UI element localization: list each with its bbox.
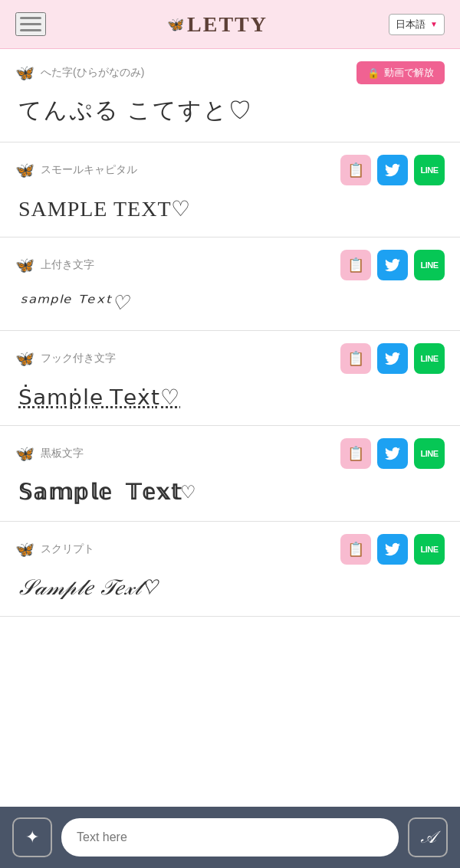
font-icon: 𝒜 <box>421 827 435 847</box>
unlock-video-button[interactable]: 🔒 動画で解放 <box>356 61 445 84</box>
twitter-icon-2 <box>385 257 400 273</box>
line-button-blackboard[interactable]: LINE <box>414 438 445 469</box>
blackboard-font-sample: 𝕊𝕒𝕞𝕡𝕝𝕖 𝕋𝕖𝕩𝕥♡ <box>15 480 445 506</box>
line-icon-4: LINE <box>420 449 438 458</box>
menu-line-2 <box>20 23 41 25</box>
section-small-caps-title-area: 🦋 スモールキャピタル <box>15 161 137 179</box>
font-button[interactable]: 𝒜 <box>408 817 448 857</box>
copy-icon-5: 📋 <box>347 541 364 558</box>
line-button-hook[interactable]: LINE <box>414 343 445 374</box>
sparkle-button[interactable]: ✦ <box>12 817 52 857</box>
app-logo: 🦋 LETTY <box>167 12 268 37</box>
copy-button-script[interactable]: 📋 <box>340 534 371 565</box>
section-script-header: 🦋 スクリプト 📋 LINE <box>15 534 445 565</box>
copy-icon-2: 📋 <box>347 257 364 274</box>
section-heta-actions: 🔒 動画で解放 <box>356 61 445 84</box>
section-blackboard-title: 黒板文字 <box>41 447 84 460</box>
section-heta: 🦋 へた字(ひらがなのみ) 🔒 動画で解放 てんぷる こてすと♡ <box>0 49 460 142</box>
twitter-button-hook[interactable] <box>377 343 408 374</box>
section-blackboard-title-area: 🦋 黒板文字 <box>15 444 84 463</box>
section-blackboard-header: 🦋 黒板文字 📋 LINE <box>15 438 445 469</box>
section-script-title-area: 🦋 スクリプト <box>15 540 94 558</box>
copy-button-hook[interactable]: 📋 <box>340 343 371 374</box>
line-icon: LINE <box>420 165 438 175</box>
app-header: 🦋 LETTY 日本語 ▼ <box>0 0 460 49</box>
copy-icon-4: 📋 <box>347 445 364 462</box>
language-selector-button[interactable]: 日本語 ▼ <box>389 14 445 35</box>
section-small-caps-actions: 📋 LINE <box>340 155 445 185</box>
text-input[interactable] <box>61 818 399 857</box>
section-hook-header: 🦋 フック付き文字 📋 LINE <box>15 343 445 374</box>
superscript-font-sample: ˢᵃᵐᵖˡᵉ ᵀᵉˣᵗ♡ <box>15 291 445 315</box>
section-heta-title: へた字(ひらがなのみ) <box>41 66 144 80</box>
section-hook: 🦋 フック付き文字 📋 LINE Ṡạṃṗḷẹ Ṭẹẋṭ♡ <box>0 331 460 426</box>
section-superscript-title-area: 🦋 上付き文字 <box>15 256 94 274</box>
copy-icon-3: 📋 <box>347 350 364 367</box>
section-superscript: 🦋 上付き文字 📋 LINE ˢᵃᵐᵖˡᵉ ᵀᵉˣᵗ♡ <box>0 237 460 331</box>
section-heta-title-area: 🦋 へた字(ひらがなのみ) <box>15 64 144 82</box>
section-butterfly-icon-6: 🦋 <box>15 540 34 558</box>
section-butterfly-icon-5: 🦋 <box>15 444 34 463</box>
section-small-caps: 🦋 スモールキャピタル 📋 LINE SAMPLE TEXT♡ <box>0 142 460 237</box>
heta-font-sample: てんぷる こてすと♡ <box>15 95 445 126</box>
copy-button-superscript[interactable]: 📋 <box>340 250 371 280</box>
line-button-script[interactable]: LINE <box>414 534 445 565</box>
section-hook-actions: 📋 LINE <box>340 343 445 374</box>
section-small-caps-title: スモールキャピタル <box>41 163 137 177</box>
copy-button-small-caps[interactable]: 📋 <box>340 155 371 185</box>
line-icon-2: LINE <box>420 260 438 270</box>
section-superscript-header: 🦋 上付き文字 📋 LINE <box>15 250 445 280</box>
twitter-button-small-caps[interactable] <box>377 155 408 185</box>
twitter-icon-5 <box>385 542 400 557</box>
section-butterfly-icon: 🦋 <box>15 64 34 82</box>
logo-butterfly-icon: 🦋 <box>167 16 186 33</box>
twitter-button-blackboard[interactable] <box>377 438 408 469</box>
section-script-title: スクリプト <box>41 542 94 556</box>
line-icon-5: LINE <box>420 545 438 554</box>
bottom-bar: ✦ 𝒜 <box>0 807 460 868</box>
main-content: 🦋 へた字(ひらがなのみ) 🔒 動画で解放 てんぷる こてすと♡ 🦋 スモールキ… <box>0 49 460 686</box>
logo-text: LETTY <box>187 12 268 37</box>
section-script: 🦋 スクリプト 📋 LINE 𝒮𝒶𝓂𝓅𝓁𝑒 𝒯𝑒𝓍𝓉♡ <box>0 522 460 617</box>
section-blackboard: 🦋 黒板文字 📋 LINE 𝕊𝕒𝕞𝕡𝕝𝕖 𝕋𝕖𝕩𝕥♡ <box>0 426 460 522</box>
twitter-button-script[interactable] <box>377 534 408 565</box>
twitter-icon <box>385 162 400 178</box>
hamburger-menu-button[interactable] <box>15 12 46 36</box>
section-superscript-title: 上付き文字 <box>41 258 94 272</box>
twitter-icon-4 <box>385 446 400 461</box>
lock-icon: 🔒 <box>367 67 380 79</box>
menu-line-1 <box>20 17 41 19</box>
small-caps-font-sample: SAMPLE TEXT♡ <box>15 196 445 221</box>
section-superscript-actions: 📋 LINE <box>340 250 445 280</box>
section-butterfly-icon-4: 🦋 <box>15 349 34 368</box>
twitter-button-superscript[interactable] <box>377 250 408 280</box>
language-label: 日本語 <box>396 18 426 31</box>
section-heta-header: 🦋 へた字(ひらがなのみ) 🔒 動画で解放 <box>15 61 445 84</box>
section-small-caps-header: 🦋 スモールキャピタル 📋 LINE <box>15 155 445 185</box>
line-button-small-caps[interactable]: LINE <box>414 155 445 185</box>
language-arrow-icon: ▼ <box>430 20 438 28</box>
line-icon-3: LINE <box>420 354 438 363</box>
copy-button-blackboard[interactable]: 📋 <box>340 438 371 469</box>
section-blackboard-actions: 📋 LINE <box>340 438 445 469</box>
section-hook-title-area: 🦋 フック付き文字 <box>15 349 116 368</box>
section-butterfly-icon-3: 🦋 <box>15 256 34 274</box>
script-font-sample: 𝒮𝒶𝓂𝓅𝓁𝑒 𝒯𝑒𝓍𝓉♡ <box>15 575 445 601</box>
hook-font-sample: Ṡạṃṗḷẹ Ṭẹẋṭ♡ <box>15 385 445 410</box>
section-butterfly-icon-2: 🦋 <box>15 161 34 179</box>
unlock-button-label: 動画で解放 <box>384 66 434 80</box>
twitter-icon-3 <box>385 351 400 366</box>
copy-icon: 📋 <box>347 162 364 179</box>
line-button-superscript[interactable]: LINE <box>414 250 445 280</box>
menu-line-3 <box>20 29 41 31</box>
sparkle-icon: ✦ <box>25 827 39 847</box>
section-script-actions: 📋 LINE <box>340 534 445 565</box>
section-hook-title: フック付き文字 <box>41 352 116 365</box>
